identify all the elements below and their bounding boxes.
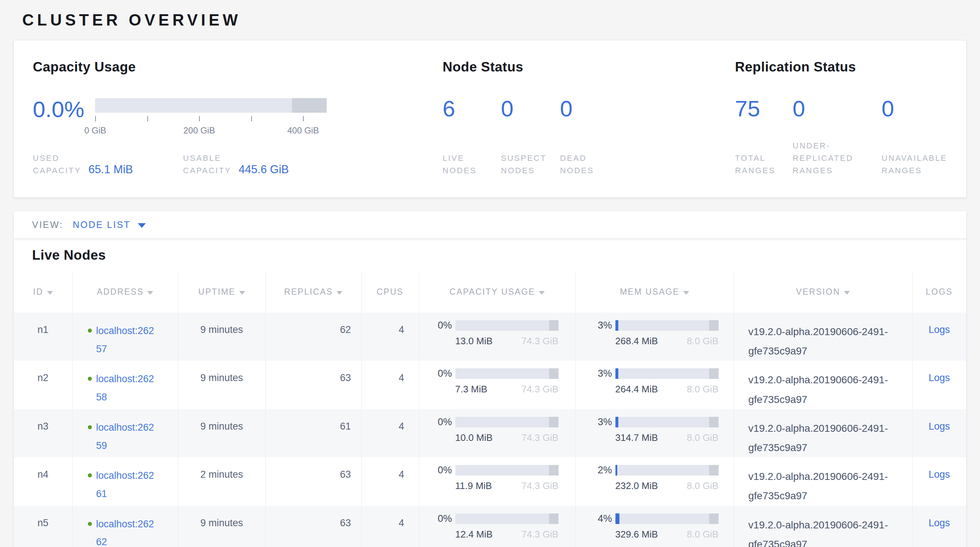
node-mem-usage-cell: 3% 264.4 MiB 8.0 GiB bbox=[575, 361, 733, 409]
table-row: n3 localhost:26259 9 minutes 61 4 0% 10.… bbox=[14, 409, 966, 457]
capacity-mini-bar-endcap bbox=[549, 417, 558, 428]
column-header-id[interactable]: ID bbox=[14, 271, 72, 313]
capacity-mini-bar-endcap bbox=[549, 320, 558, 331]
node-logs-cell: Logs bbox=[912, 361, 966, 409]
live-nodes-stat: 6 LIVE NODES bbox=[442, 97, 501, 177]
mem-mini-bar bbox=[616, 417, 719, 428]
used-capacity-stat: USED CAPACITY 65.1 MiB bbox=[33, 152, 183, 177]
capacity-total-value: 74.3 GiB bbox=[521, 480, 558, 491]
node-address-link[interactable]: localhost:26258 bbox=[96, 370, 157, 407]
capacity-pct-label: 0% bbox=[434, 368, 452, 379]
total-ranges-value: 75 bbox=[735, 97, 792, 120]
column-header-capacity[interactable]: CAPACITY USAGE bbox=[419, 271, 575, 313]
node-id-cell: n4 bbox=[14, 457, 72, 506]
node-capacity-usage-cell: 0% 12.4 MiB 74.3 GiB bbox=[419, 506, 575, 547]
view-dropdown-value: NODE LIST bbox=[73, 219, 130, 230]
node-address-cell: localhost:26257 bbox=[72, 313, 178, 361]
mem-pct-label: 3% bbox=[594, 320, 612, 331]
live-nodes-card: Live Nodes ID ADDRESS UPTIME REPLICAS CP… bbox=[13, 239, 967, 547]
column-header-address[interactable]: ADDRESS bbox=[72, 271, 178, 313]
logs-link[interactable]: Logs bbox=[929, 469, 950, 480]
node-address-link[interactable]: localhost:26257 bbox=[96, 322, 157, 358]
column-header-mem[interactable]: MEM USAGE bbox=[575, 271, 733, 313]
capacity-used-value: 11.9 MiB bbox=[455, 480, 492, 491]
page-title: CLUSTER OVERVIEW bbox=[22, 11, 967, 29]
sort-arrow-icon bbox=[539, 291, 545, 295]
unavailable-ranges-stat: 0 UNAVAILABLE RANGES bbox=[881, 97, 947, 177]
node-mem-usage-cell: 2% 232.0 MiB 8.0 GiB bbox=[575, 457, 733, 506]
mem-mini-bar bbox=[616, 514, 719, 524]
live-nodes-table: ID ADDRESS UPTIME REPLICAS CPUS CAPACITY… bbox=[14, 271, 966, 547]
total-ranges-stat: 75 TOTAL RANGES bbox=[735, 97, 792, 177]
node-version-cell: v19.2.0-alpha.20190606-2491-gfe735c9a97 bbox=[733, 457, 912, 506]
column-header-version[interactable]: VERSION bbox=[733, 271, 912, 313]
node-cpus-cell: 4 bbox=[361, 457, 419, 506]
logs-link[interactable]: Logs bbox=[929, 372, 950, 383]
view-dropdown[interactable]: NODE LIST bbox=[73, 219, 146, 230]
mem-mini-bar-endcap bbox=[709, 514, 718, 524]
mem-total-value: 8.0 GiB bbox=[687, 336, 719, 347]
view-selector-bar: VIEW: NODE LIST bbox=[13, 211, 967, 239]
capacity-used-value: 10.0 MiB bbox=[455, 432, 493, 444]
capacity-mini-bar-endcap bbox=[549, 368, 558, 379]
mem-mini-bar-endcap bbox=[709, 417, 718, 428]
under-replicated-ranges-stat: 0 UNDER- REPLICATED RANGES bbox=[792, 97, 881, 177]
logs-link[interactable]: Logs bbox=[929, 421, 950, 432]
capacity-mini-bar bbox=[455, 465, 558, 475]
under-replicated-ranges-label: UNDER- REPLICATED RANGES bbox=[792, 140, 881, 177]
capacity-used-value: 13.0 MiB bbox=[455, 336, 493, 347]
mem-mini-bar-fill bbox=[616, 465, 617, 475]
capacity-pct-label: 0% bbox=[434, 417, 452, 428]
node-version-cell: v19.2.0-alpha.20190606-2491-gfe735c9a97 bbox=[733, 506, 912, 547]
replication-status-panel: Replication Status 75 TOTAL RANGES 0 UND… bbox=[735, 59, 948, 197]
column-header-replicas[interactable]: REPLICAS bbox=[266, 271, 361, 313]
mem-pct-label: 2% bbox=[594, 464, 612, 476]
node-address-link[interactable]: localhost:26261 bbox=[96, 467, 157, 503]
node-mem-usage-cell: 3% 268.4 MiB 8.0 GiB bbox=[575, 313, 733, 361]
chevron-down-icon bbox=[138, 223, 146, 228]
node-replicas-cell: 63 bbox=[266, 361, 361, 409]
logs-link[interactable]: Logs bbox=[929, 517, 950, 528]
node-uptime-cell: 2 minutes bbox=[178, 457, 266, 506]
capacity-mini-bar-endcap bbox=[549, 514, 558, 524]
table-row: n1 localhost:26257 9 minutes 62 4 0% 13.… bbox=[14, 313, 966, 361]
used-capacity-label: USED CAPACITY bbox=[33, 152, 81, 177]
node-address-link[interactable]: localhost:26259 bbox=[96, 419, 157, 455]
node-version-cell: v19.2.0-alpha.20190606-2491-gfe735c9a97 bbox=[733, 361, 912, 409]
axis-tick-label: 0 GiB bbox=[84, 126, 106, 136]
node-live-status-dot bbox=[88, 473, 92, 477]
suspect-nodes-value: 0 bbox=[501, 97, 560, 120]
mem-total-value: 8.0 GiB bbox=[687, 384, 719, 395]
mem-total-value: 8.0 GiB bbox=[687, 480, 719, 491]
column-header-cpus[interactable]: CPUS bbox=[361, 271, 419, 313]
capacity-mini-bar-endcap bbox=[549, 465, 558, 475]
mem-pct-label: 4% bbox=[594, 513, 612, 525]
node-replicas-cell: 63 bbox=[266, 457, 361, 506]
axis-tick bbox=[199, 116, 200, 121]
node-address-link[interactable]: localhost:26262 bbox=[96, 515, 157, 547]
capacity-bar-track bbox=[95, 98, 327, 113]
logs-link[interactable]: Logs bbox=[929, 324, 950, 335]
capacity-percent-value: 0.0% bbox=[33, 98, 84, 121]
dead-nodes-label: DEAD NODES bbox=[560, 152, 594, 177]
node-uptime-cell: 9 minutes bbox=[178, 361, 266, 409]
capacity-pct-label: 0% bbox=[434, 464, 452, 476]
axis-tick bbox=[147, 116, 148, 121]
node-capacity-usage-cell: 0% 13.0 MiB 74.3 GiB bbox=[419, 313, 575, 361]
axis-tick bbox=[95, 116, 96, 121]
capacity-usage-panel: Capacity Usage 0.0% bbox=[33, 59, 442, 197]
capacity-bar-nonusable-segment bbox=[292, 98, 327, 113]
capacity-mini-bar bbox=[455, 368, 558, 379]
axis-tick-label: 200 GiB bbox=[183, 126, 215, 136]
mem-total-value: 8.0 GiB bbox=[687, 529, 719, 540]
sort-arrow-icon bbox=[239, 291, 245, 295]
capacity-mini-bar bbox=[455, 514, 558, 524]
node-status-title: Node Status bbox=[442, 59, 735, 75]
column-header-uptime[interactable]: UPTIME bbox=[178, 271, 266, 313]
node-address-cell: localhost:26259 bbox=[72, 409, 178, 457]
view-label: VIEW: bbox=[32, 219, 63, 230]
axis-tick-label: 400 GiB bbox=[287, 126, 319, 136]
total-ranges-label: TOTAL RANGES bbox=[735, 152, 792, 177]
node-live-status-dot bbox=[88, 522, 92, 526]
node-uptime-cell: 9 minutes bbox=[178, 313, 266, 361]
